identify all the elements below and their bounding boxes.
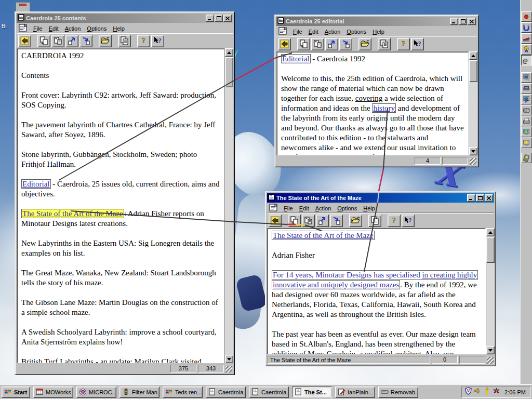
toolbar-link-jump-down-button[interactable]: [79, 35, 92, 47]
toolbar-open-button[interactable]: [358, 38, 371, 50]
document-icon[interactable]: [268, 203, 280, 212]
tray-vshield-icon[interactable]: V: [464, 387, 472, 397]
toolbar-link-jump-up-button[interactable]: [325, 38, 338, 50]
maximize-button[interactable]: [476, 194, 484, 202]
side-toolbar-bug-button[interactable]: [521, 11, 532, 22]
menu-item-file[interactable]: File: [290, 28, 305, 36]
minimize-button[interactable]: [450, 18, 458, 25]
toolbar-context-help-button[interactable]: ?: [411, 38, 424, 50]
hyperlink[interactable]: Editorial: [21, 179, 51, 189]
toolbar-help-button[interactable]: ?: [137, 35, 150, 47]
menu-item-action[interactable]: Action: [62, 24, 84, 33]
vertical-scrollbar[interactable]: [486, 228, 494, 354]
hyperlink[interactable]: For 14 years, Minotaur Designs has speci…: [273, 271, 422, 279]
side-toolbar-pc-green-button[interactable]: N: [521, 127, 532, 137]
menu-item-options[interactable]: Options: [84, 24, 110, 33]
tray-flower-icon[interactable]: [493, 387, 500, 397]
toolbar-back-button[interactable]: [278, 38, 291, 50]
side-toolbar-pda-button[interactable]: [521, 153, 532, 163]
tray-speaker-icon[interactable]: [474, 387, 482, 397]
taskbar-button-teds-ren-[interactable]: Teds ren...: [163, 387, 203, 398]
scroll-down-button[interactable]: [486, 346, 495, 354]
toolbar-link-jump-down-button[interactable]: [330, 215, 343, 227]
toolbar-help-button[interactable]: ?: [388, 215, 401, 227]
menu-item-options[interactable]: Options: [343, 28, 369, 36]
side-toolbar-magnet-u-button[interactable]: [521, 22, 532, 33]
hyperlink[interactable]: The State of the Art of the Maze: [21, 209, 124, 218]
resize-grip[interactable]: [225, 366, 232, 373]
toolbar-copy-pages-button[interactable]: [37, 35, 50, 47]
resize-grip[interactable]: [470, 158, 476, 165]
menu-item-file[interactable]: File: [281, 204, 296, 212]
document-icon[interactable]: [18, 23, 29, 32]
toolbar-copy-button[interactable]: [378, 38, 391, 50]
close-button[interactable]: [468, 18, 476, 25]
side-toolbar-laptop-button[interactable]: [521, 83, 532, 94]
menu-item-help[interactable]: Help: [110, 24, 128, 33]
toolbar-copy-pages-button[interactable]: [297, 38, 310, 50]
toolbar-link-jump-up-button[interactable]: [65, 35, 78, 47]
side-toolbar-badge-button[interactable]: V: [521, 44, 532, 55]
menu-item-edit[interactable]: Edit: [296, 204, 312, 212]
toolbar-replace-pages-button[interactable]: [51, 35, 64, 47]
hyperlink[interactable]: The State of the Art of the Maze: [272, 231, 375, 240]
side-toolbar-pc-dollar-button[interactable]: $: [521, 72, 532, 83]
taskbar-button-the-st-[interactable]: The St...: [292, 387, 332, 398]
vertical-scrollbar[interactable]: [469, 51, 477, 155]
toolbar-link-jump-up-button[interactable]: [316, 215, 329, 227]
toolbar-replace-pages-button[interactable]: [302, 215, 315, 227]
toolbar-back-button[interactable]: [18, 35, 31, 47]
scrollbar-thumb[interactable]: [486, 237, 495, 263]
toolbar-link-jump-down-button[interactable]: [339, 38, 352, 50]
toolbar-context-help-button[interactable]: ?: [151, 35, 164, 47]
taskbar-button-moworks[interactable]: MOWorks: [33, 387, 73, 398]
hyperlink[interactable]: Editorial: [281, 54, 311, 63]
titlebar[interactable]: The State of the Art of the Maze: [267, 193, 494, 203]
taskbar-button-caerdroia-[interactable]: Caerdroia...: [206, 387, 246, 398]
toolbar-open-button[interactable]: [349, 215, 362, 227]
toolbar-back-button[interactable]: [269, 215, 282, 227]
side-toolbar-plug-button[interactable]: [521, 55, 532, 65]
toolbar-help-button[interactable]: ?: [397, 38, 410, 50]
toolbar-copy-button[interactable]: [118, 35, 131, 47]
menu-item-action[interactable]: Action: [312, 204, 335, 212]
side-toolbar-cd-drive-button[interactable]: [521, 105, 532, 115]
menu-item-edit[interactable]: Edit: [305, 28, 322, 36]
scroll-up-button[interactable]: [486, 228, 495, 236]
taskbar-button-removab-[interactable]: Removab...: [378, 387, 418, 398]
taskbar-button-filter-man-[interactable]: Filter Man...: [119, 387, 159, 398]
side-toolbar-sheet-device-button[interactable]: [521, 116, 532, 126]
toolbar-open-button[interactable]: [99, 35, 112, 47]
minimize-button[interactable]: [467, 194, 475, 202]
hyperlink[interactable]: history: [372, 103, 396, 113]
close-button[interactable]: [223, 15, 232, 22]
menu-item-edit[interactable]: Edit: [46, 24, 62, 33]
vertical-scrollbar[interactable]: [224, 48, 233, 363]
titlebar[interactable]: Caerdroia 25 editorial: [276, 17, 477, 26]
toolbar-replace-pages-button[interactable]: [311, 38, 324, 50]
tray-figure-icon[interactable]: [483, 387, 491, 397]
taskbar-button-microc-[interactable]: WMICROC...: [76, 387, 116, 398]
side-toolbar-pc-arrow-button[interactable]: [521, 94, 532, 104]
scrollbar-thumb[interactable]: [469, 60, 477, 82]
side-toolbar-stapler-button[interactable]: [521, 33, 532, 44]
toolbar-copy-pages-button[interactable]: [288, 215, 301, 227]
scroll-up-button[interactable]: [469, 51, 477, 60]
scrollbar-thumb[interactable]: [225, 57, 233, 87]
minimize-button[interactable]: [206, 15, 214, 22]
scroll-up-button[interactable]: [225, 48, 233, 57]
menu-item-options[interactable]: Options: [334, 204, 360, 212]
taskbar-button-caerdroia-[interactable]: Caerdroia...: [249, 387, 289, 398]
start-button[interactable]: Start: [2, 387, 30, 398]
scroll-down-button[interactable]: [469, 147, 477, 155]
resize-grip[interactable]: [487, 357, 494, 364]
document-icon[interactable]: [277, 26, 289, 35]
menu-item-help[interactable]: Help: [360, 204, 378, 212]
side-toolbar-pc-yellow-button[interactable]: [521, 138, 532, 148]
scroll-down-button[interactable]: [225, 355, 233, 363]
menu-item-action[interactable]: Action: [322, 28, 344, 36]
menu-item-help[interactable]: Help: [369, 28, 388, 36]
menu-item-file[interactable]: File: [30, 24, 46, 33]
close-button[interactable]: [485, 194, 493, 202]
taskbar-button-ianplain-[interactable]: IanPlain...: [335, 387, 375, 398]
